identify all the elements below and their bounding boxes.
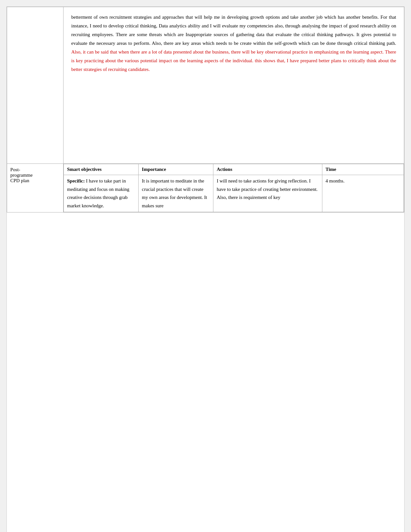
label-line3: CPD plan xyxy=(10,178,29,183)
col-header-time: Time xyxy=(322,164,404,175)
spacer-left xyxy=(7,80,64,163)
page: betterment of own recruitment strategies… xyxy=(6,6,405,532)
col-header-actions: Actions xyxy=(213,164,322,175)
col-header-importance: Importance xyxy=(139,164,213,175)
label-line1: Post- xyxy=(10,167,20,172)
text-black-part: betterment of own recruitment strategies… xyxy=(71,15,396,46)
top-left-label xyxy=(7,7,64,80)
cell-time: 4 months. xyxy=(322,175,404,212)
cell-actions: I will need to take actions for giving r… xyxy=(213,175,322,212)
spacer-section xyxy=(7,80,404,163)
spacer-right xyxy=(64,80,404,163)
bottom-left-label: Post- programme CPD plan xyxy=(7,164,64,212)
specific-label: Specific: xyxy=(67,178,85,183)
cpd-table-container: Smart objectives Importance Actions Time… xyxy=(64,164,404,212)
top-paragraph: betterment of own recruitment strategies… xyxy=(71,13,396,74)
cpd-table: Smart objectives Importance Actions Time… xyxy=(64,164,404,212)
table-header-row: Smart objectives Importance Actions Time xyxy=(64,164,404,175)
col-header-smart-objectives: Smart objectives xyxy=(64,164,139,175)
label-line2: programme xyxy=(10,172,33,178)
cell-smart-objectives: Specific: I have to take part in meditat… xyxy=(64,175,139,212)
top-text-content: betterment of own recruitment strategies… xyxy=(64,7,404,80)
bottom-section: Post- programme CPD plan Smart objective… xyxy=(7,163,404,212)
text-red-content: Also, it can be said that when there are… xyxy=(71,49,396,72)
table-row: Specific: I have to take part in meditat… xyxy=(64,175,404,212)
top-section: betterment of own recruitment strategies… xyxy=(7,7,404,80)
cell-importance: It is important to meditate in the cruci… xyxy=(139,175,213,212)
